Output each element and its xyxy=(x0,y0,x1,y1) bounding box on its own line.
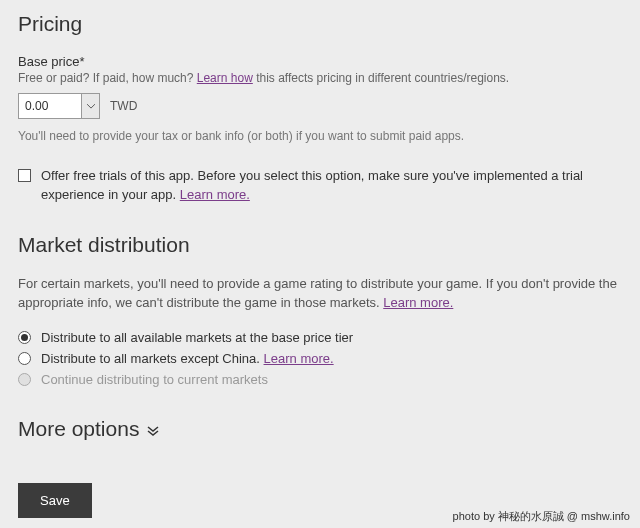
trial-learn-more-link[interactable]: Learn more. xyxy=(180,187,250,202)
market-learn-more-link[interactable]: Learn more. xyxy=(383,295,453,310)
radio-except-china-label: Distribute to all markets except China. … xyxy=(41,351,334,366)
chevron-down-icon[interactable] xyxy=(81,94,99,118)
trial-text-content: Offer free trials of this app. Before yo… xyxy=(41,168,583,202)
watermark-text: photo by 神秘的水原誠 @ mshw.info xyxy=(453,509,630,524)
base-price-help: Free or paid? If paid, how much? Learn h… xyxy=(18,71,622,85)
more-options-label: More options xyxy=(18,417,139,441)
trial-text: Offer free trials of this app. Before yo… xyxy=(41,167,622,205)
price-select[interactable]: 0.00 xyxy=(18,93,100,119)
learn-how-link[interactable]: Learn how xyxy=(197,71,253,85)
market-heading: Market distribution xyxy=(18,233,622,257)
more-options-toggle[interactable]: More options xyxy=(18,417,622,441)
tax-note: You'll need to provide your tax or bank … xyxy=(18,129,622,143)
market-help: For certain markets, you'll need to prov… xyxy=(18,275,622,313)
currency-label: TWD xyxy=(110,99,137,113)
price-value: 0.00 xyxy=(19,99,81,113)
radio-current-markets-label: Continue distributing to current markets xyxy=(41,372,268,387)
market-help-text: For certain markets, you'll need to prov… xyxy=(18,276,617,310)
trial-checkbox[interactable] xyxy=(18,169,31,182)
radio-all-markets-label: Distribute to all available markets at t… xyxy=(41,330,353,345)
opt2-text: Distribute to all markets except China. xyxy=(41,351,264,366)
radio-current-markets xyxy=(18,373,31,386)
help-prefix: Free or paid? If paid, how much? xyxy=(18,71,197,85)
save-button[interactable]: Save xyxy=(18,483,92,518)
chevron-double-down-icon xyxy=(147,417,159,441)
radio-except-china[interactable] xyxy=(18,352,31,365)
help-suffix: this affects pricing in different countr… xyxy=(253,71,509,85)
pricing-heading: Pricing xyxy=(18,12,622,36)
base-price-label: Base price* xyxy=(18,54,622,69)
china-learn-more-link[interactable]: Learn more. xyxy=(264,351,334,366)
radio-all-markets[interactable] xyxy=(18,331,31,344)
